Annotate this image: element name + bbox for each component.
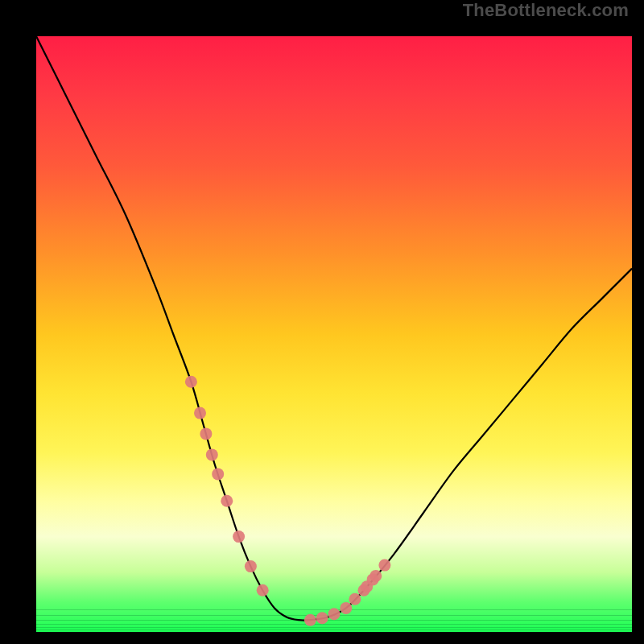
highlight-dot: [257, 584, 269, 597]
bottleneck-curve: [36, 36, 632, 621]
highlight-dot: [185, 376, 197, 388]
highlight-dot: [340, 602, 352, 614]
highlight-dot: [206, 448, 218, 460]
chart-frame: TheBottleneck.com: [0, 0, 644, 644]
highlight-dot: [316, 612, 328, 624]
highlight-dot: [221, 495, 233, 507]
highlight-dot: [378, 559, 390, 572]
curve-layer: [36, 36, 632, 632]
highlight-dot: [367, 573, 379, 585]
highlight-dot: [245, 560, 257, 572]
highlight-dot: [328, 608, 341, 620]
highlight-dot: [349, 593, 361, 605]
highlight-dot: [233, 530, 245, 543]
highlight-dot: [200, 427, 212, 440]
highlight-dot: [304, 614, 316, 626]
highlight-dot: [194, 407, 206, 419]
highlight-dot: [212, 468, 224, 480]
highlight-dots: [185, 376, 391, 626]
plot-area: [36, 36, 632, 632]
